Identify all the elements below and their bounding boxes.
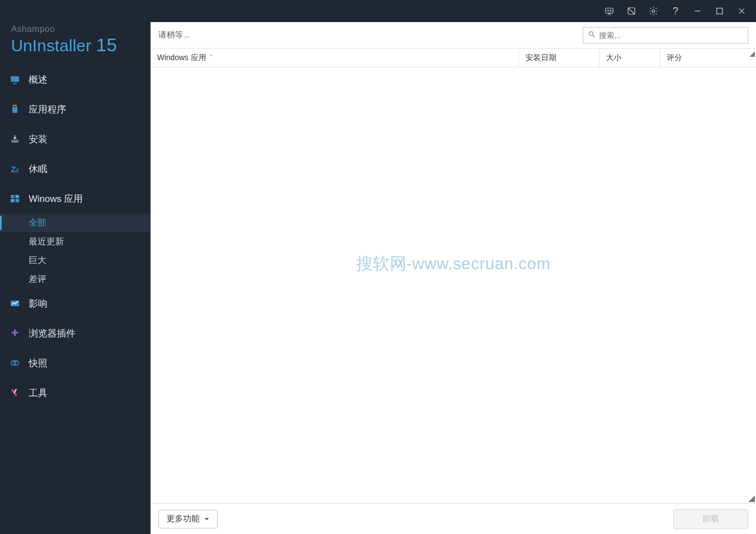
svg-rect-6	[717, 8, 723, 14]
snapshot-icon	[9, 357, 21, 369]
column-label: 大小	[606, 53, 621, 63]
sidebar-item-label: 快照	[29, 357, 47, 370]
sidebar-item-label: 概述	[29, 73, 47, 86]
sidebar-item-label: Winows 应用	[29, 193, 83, 205]
svg-rect-12	[11, 195, 15, 198]
chart-icon	[9, 297, 21, 309]
content-topbar: 请稍等...	[151, 22, 756, 49]
settings-icon[interactable]	[644, 1, 663, 21]
uninstall-label: 卸载	[703, 514, 719, 524]
sidebar-sub-label: 巨大	[29, 255, 46, 266]
brand-company: Ashampoo	[11, 24, 140, 34]
bottom-bar: 更多功能 卸载	[151, 503, 756, 534]
sidebar-item-label: 安装	[29, 133, 47, 146]
column-rating[interactable]: 评分	[660, 49, 741, 67]
help-label: ?	[673, 6, 678, 17]
resize-handle-icon[interactable]	[748, 495, 755, 502]
chevron-down-icon	[204, 516, 210, 522]
help-icon[interactable]: ?	[666, 1, 685, 21]
sidebar-item-install[interactable]: 安装	[0, 124, 151, 154]
sidebar-sub-all[interactable]: 全部	[0, 213, 151, 232]
more-button-label: 更多功能	[167, 514, 200, 524]
news-icon[interactable]	[621, 1, 641, 21]
svg-point-1	[608, 10, 609, 11]
sidebar-item-label: 休眠	[29, 163, 47, 175]
sidebar-item-winapps[interactable]: Winows 应用	[0, 184, 151, 213]
svg-point-20	[589, 31, 593, 35]
search-box[interactable]	[583, 27, 748, 44]
sidebar-item-label: 浏览器插件	[29, 327, 76, 340]
content-panel: 请稍等... Windows 应用 安装日期 大小 评分	[151, 22, 756, 534]
svg-rect-11	[11, 140, 18, 143]
sidebar-item-apps[interactable]: 应用程序	[0, 94, 151, 124]
column-headers: Windows 应用 安装日期 大小 评分	[151, 49, 756, 67]
sidebar-item-impact[interactable]: 影响	[0, 289, 151, 318]
sidebar-item-plugins[interactable]: 浏览器插件	[0, 318, 151, 348]
uninstall-button[interactable]: 卸载	[673, 509, 748, 529]
column-label: 安装日期	[526, 53, 556, 63]
column-apps[interactable]: Windows 应用	[151, 49, 519, 67]
logo: Ashampoo UnInstaller 15	[0, 24, 151, 65]
maximize-button[interactable]	[710, 1, 730, 21]
sidebar-sub-bad[interactable]: 差评	[0, 270, 151, 289]
feedback-icon[interactable]	[599, 1, 619, 21]
column-size[interactable]: 大小	[599, 49, 660, 67]
svg-point-4	[652, 10, 655, 13]
bag-icon	[9, 103, 21, 115]
more-features-button[interactable]: 更多功能	[158, 510, 218, 528]
sidebar-item-hibernate[interactable]: Zz 休眠	[0, 154, 151, 184]
tools-icon	[9, 387, 21, 399]
plugin-icon	[9, 327, 21, 339]
svg-rect-13	[15, 195, 19, 198]
svg-line-21	[593, 35, 595, 37]
sidebar-item-overview[interactable]: 概述	[0, 65, 151, 94]
sidebar-sub-label: 差评	[29, 274, 46, 285]
product-name: UnInstaller	[11, 36, 92, 55]
windows-icon	[9, 193, 21, 205]
column-label: 评分	[667, 53, 682, 63]
sidebar-item-label: 工具	[29, 387, 47, 399]
sidebar-item-snapshots[interactable]: 快照	[0, 348, 151, 378]
sidebar-sub-huge[interactable]: 巨大	[0, 251, 151, 270]
svg-rect-14	[11, 199, 15, 202]
install-icon	[9, 133, 21, 145]
product-version: 15	[96, 34, 117, 55]
sidebar-item-tools[interactable]: 工具	[0, 378, 151, 408]
sidebar-sub-recent[interactable]: 最近更新	[0, 232, 151, 251]
main-area: Ashampoo UnInstaller 15 概述 应用程序 安装	[0, 22, 756, 534]
monitor-icon	[9, 73, 21, 86]
sidebar-item-label: 影响	[29, 297, 47, 310]
sidebar-item-label: 应用程序	[29, 103, 66, 116]
svg-rect-0	[605, 8, 613, 13]
sleep-icon: Zz	[9, 163, 21, 175]
svg-point-2	[610, 10, 611, 11]
sidebar-sub-label: 全部	[29, 217, 46, 229]
brand-product: UnInstaller 15	[11, 34, 140, 56]
column-label: Windows 应用	[157, 53, 206, 63]
svg-rect-15	[15, 199, 19, 202]
column-date[interactable]: 安装日期	[519, 49, 599, 67]
search-icon	[588, 30, 596, 40]
list-area: 搜软网-www.secruan.com	[151, 67, 756, 503]
titlebar: ?	[0, 0, 756, 22]
watermark-text: 搜软网-www.secruan.com	[356, 252, 551, 275]
minimize-button[interactable]	[688, 1, 707, 21]
search-input[interactable]	[599, 31, 743, 40]
svg-rect-9	[11, 76, 19, 82]
close-button[interactable]	[732, 1, 752, 21]
loading-text: 请稍等...	[158, 30, 576, 40]
sidebar: Ashampoo UnInstaller 15 概述 应用程序 安装	[0, 22, 151, 534]
sidebar-sub-label: 最近更新	[29, 236, 64, 248]
